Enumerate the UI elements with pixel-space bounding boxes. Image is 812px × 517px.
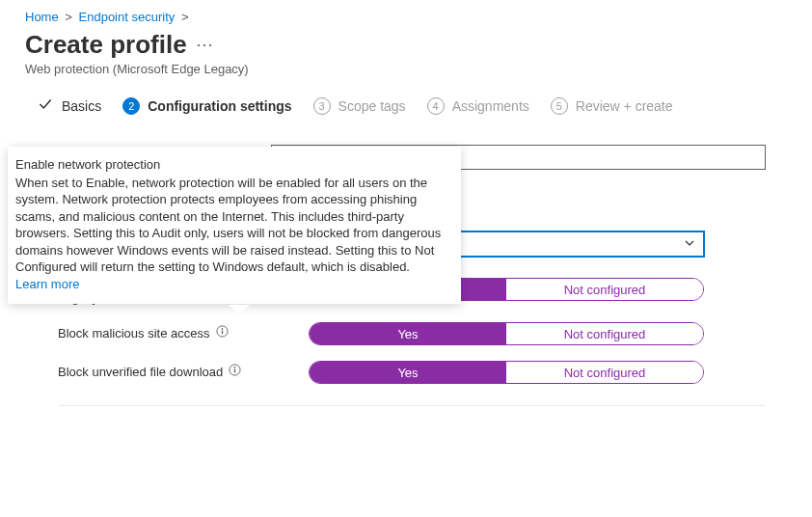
info-icon[interactable] bbox=[229, 364, 241, 376]
tab-review-label: Review + create bbox=[576, 98, 673, 114]
malicious-yes[interactable]: Yes bbox=[310, 323, 506, 344]
tab-assignments-label: Assignments bbox=[452, 98, 529, 114]
page-title: Create profile bbox=[25, 30, 187, 60]
more-actions-button[interactable]: ··· bbox=[197, 35, 214, 55]
tab-config-label: Configuration settings bbox=[148, 98, 291, 114]
check-icon bbox=[37, 95, 54, 116]
breadcrumb: Home > Endpoint security > bbox=[0, 0, 812, 24]
svg-rect-8 bbox=[221, 331, 222, 335]
tab-scope-label: Scope tags bbox=[338, 98, 406, 114]
setting-malicious-label: Block malicious site access bbox=[58, 325, 210, 342]
unverified-toggle[interactable]: Yes Not configured bbox=[309, 361, 704, 384]
unverified-not-configured[interactable]: Not configured bbox=[506, 362, 703, 383]
network-protection-tooltip: Enable network protection When set to En… bbox=[8, 147, 461, 304]
step-3-indicator: 3 bbox=[313, 97, 331, 115]
page-subtitle: Web protection (Microsoft Edge Legacy) bbox=[0, 60, 812, 95]
smartscreen-not-configured[interactable]: Not configured bbox=[506, 279, 703, 300]
tab-basics-label: Basics bbox=[62, 98, 101, 114]
tooltip-body: When set to Enable, network protection w… bbox=[15, 175, 447, 276]
tooltip-learn-more-link[interactable]: Learn more bbox=[15, 277, 79, 291]
tab-basics[interactable]: Basics bbox=[37, 95, 101, 116]
chevron-down-icon bbox=[684, 237, 695, 252]
step-4-indicator: 4 bbox=[427, 97, 445, 115]
setting-unverified-label: Block unverified file download bbox=[58, 364, 223, 381]
svg-rect-11 bbox=[234, 369, 235, 373]
tab-assignments[interactable]: 4 Assignments bbox=[427, 95, 529, 116]
svg-point-10 bbox=[234, 367, 236, 368]
tab-configuration-settings[interactable]: 2 Configuration settings bbox=[122, 95, 291, 116]
wizard-tabs: Basics 2 Configuration settings 3 Scope … bbox=[0, 95, 812, 122]
svg-point-7 bbox=[221, 328, 223, 330]
info-icon[interactable] bbox=[216, 325, 229, 338]
breadcrumb-endpoint-security[interactable]: Endpoint security bbox=[79, 10, 176, 24]
breadcrumb-sep: > bbox=[181, 10, 189, 24]
unverified-yes[interactable]: Yes bbox=[310, 362, 506, 383]
malicious-not-configured[interactable]: Not configured bbox=[506, 323, 703, 344]
malicious-toggle[interactable]: Yes Not configured bbox=[309, 322, 704, 345]
tab-scope-tags[interactable]: 3 Scope tags bbox=[313, 95, 406, 116]
step-5-indicator: 5 bbox=[551, 97, 568, 115]
breadcrumb-home[interactable]: Home bbox=[25, 10, 59, 24]
section-divider bbox=[58, 405, 766, 406]
tab-review-create[interactable]: 5 Review + create bbox=[551, 95, 673, 116]
tooltip-title: Enable network protection bbox=[15, 156, 447, 174]
breadcrumb-sep: > bbox=[65, 10, 72, 24]
step-2-indicator: 2 bbox=[122, 97, 140, 115]
